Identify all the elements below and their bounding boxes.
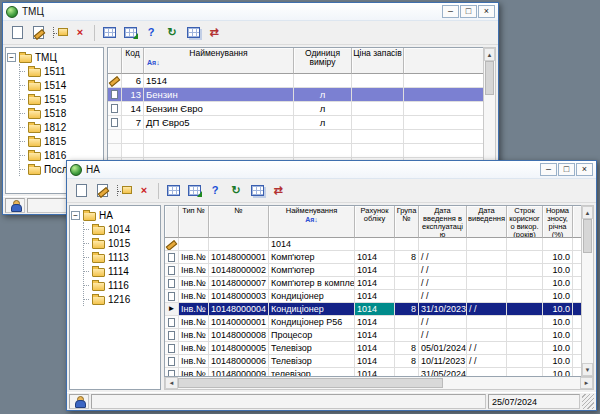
refresh-button[interactable]: ↻ xyxy=(162,23,182,43)
maximize-button[interactable]: □ xyxy=(460,5,477,18)
refresh-button[interactable]: ↻ xyxy=(226,181,246,201)
resize-grip[interactable] xyxy=(582,394,594,409)
tree-view-button[interactable] xyxy=(113,181,133,201)
caption-buttons: –□× xyxy=(442,5,495,18)
close-button[interactable]: × xyxy=(576,163,593,176)
edit-document-button[interactable] xyxy=(92,181,112,201)
scrollbar-track[interactable] xyxy=(582,253,593,363)
help-button[interactable]: ? xyxy=(141,23,161,43)
column-header-group[interactable]: Група № xyxy=(395,206,419,238)
minimize-button[interactable]: – xyxy=(540,163,557,176)
column-header-empty[interactable] xyxy=(404,48,483,74)
cell-type: Інв.№ xyxy=(179,368,209,376)
tree-expander-icon[interactable]: − xyxy=(71,211,80,220)
scroll-left-icon[interactable]: ◄ xyxy=(165,377,178,389)
table-row[interactable]: ►Інв.№10148000004Кондиціонер1014831/10/2… xyxy=(165,303,581,316)
tree-item-1812[interactable]: 1812 xyxy=(20,120,102,134)
tree-root-ТМЦ[interactable]: −ТМЦ xyxy=(7,50,102,64)
column-header-code[interactable]: Код xyxy=(122,48,144,74)
column-header-term[interactable]: Строк корисного викор. (років) xyxy=(507,206,543,238)
table-row[interactable]: Інв.№10148000008Процесор1014/ /10.0 xyxy=(165,329,581,342)
table-row[interactable]: 13Бензинл xyxy=(108,88,483,102)
close-button[interactable]: × xyxy=(478,5,495,18)
table-row[interactable]: Інв.№10148000009телевізор101431/05/20241… xyxy=(165,368,581,376)
column-header-date-out[interactable]: Дата виведення xyxy=(467,206,507,238)
delete-button[interactable]: × xyxy=(70,23,90,43)
scroll-up-icon[interactable]: ▲ xyxy=(582,206,593,219)
edit-document-button[interactable] xyxy=(28,23,48,43)
column-header-name[interactable]: НайменуванняАя↓ xyxy=(144,48,294,74)
tree-item-1515[interactable]: 1515 xyxy=(20,92,102,106)
transfer-button[interactable]: ⇄ xyxy=(268,181,288,201)
minimize-button[interactable]: – xyxy=(442,5,459,18)
column-header-unit[interactable]: Одиниця виміру xyxy=(294,48,352,74)
table-row[interactable]: Інв.№10148000005Телевізор1014805/01/2024… xyxy=(165,342,581,355)
cell-term xyxy=(507,329,543,341)
tmc-title-bar[interactable]: ТМЦ –□× xyxy=(3,3,498,21)
horizontal-scrollbar[interactable]: ◄ ► xyxy=(164,377,594,390)
copy-table-button[interactable] xyxy=(183,23,203,43)
cell-wear xyxy=(573,342,581,354)
tree-item-1815[interactable]: 1815 xyxy=(20,134,102,148)
tree-item-1514[interactable]: 1514 xyxy=(20,78,102,92)
cell-date-in: 05/01/2024 xyxy=(419,342,467,354)
new-document-button[interactable] xyxy=(71,181,91,201)
table-row[interactable]: 7ДП Євро5л xyxy=(108,116,483,130)
table-link-button[interactable] xyxy=(120,23,140,43)
new-document-button[interactable] xyxy=(7,23,27,43)
tree-item-1511[interactable]: 1511 xyxy=(20,64,102,78)
scrollbar-thumb[interactable] xyxy=(485,61,494,95)
tree-item-1216[interactable]: 1216 xyxy=(84,292,159,306)
column-header-account[interactable]: Рахунок обліку xyxy=(355,206,395,238)
scrollbar-track[interactable] xyxy=(443,377,580,389)
cell-wear xyxy=(573,264,581,276)
tree-item-1116[interactable]: 1116 xyxy=(84,278,159,292)
column-header-rate[interactable]: Норма зносу, річна (%) xyxy=(543,206,573,238)
user-icon xyxy=(74,396,85,408)
copy-table-button[interactable] xyxy=(247,181,267,201)
column-header-number[interactable]: № xyxy=(209,206,269,238)
tree-item-1015[interactable]: 1015 xyxy=(84,236,159,250)
scroll-right-icon[interactable]: ► xyxy=(580,377,593,389)
table-row[interactable]: 14Бензин Єврол xyxy=(108,102,483,116)
column-header-type[interactable]: Тип № xyxy=(179,206,209,238)
tree-item-1014[interactable]: 1014 xyxy=(84,222,159,236)
column-header-marker[interactable] xyxy=(108,48,122,74)
column-label: Рахунок обліку xyxy=(356,207,393,223)
table-row-empty[interactable] xyxy=(108,130,483,144)
table-row[interactable]: Інв.№10140000001Кондиціонер Р561014/ /10… xyxy=(165,316,581,329)
vertical-scrollbar[interactable]: ▲ ▼ xyxy=(581,205,594,377)
close-icon: × xyxy=(484,7,489,16)
column-header-wear[interactable]: Знос xyxy=(573,206,581,238)
table-row[interactable]: 1014 xyxy=(165,238,581,251)
table-row[interactable]: Інв.№10148000007Комп'ютер в комплекті101… xyxy=(165,277,581,290)
column-header-name[interactable]: НайменуванняАя↓ xyxy=(269,206,355,238)
table-row[interactable]: Інв.№10148000001Комп'ютер10148/ /10.0 xyxy=(165,251,581,264)
table-row[interactable]: Інв.№10148000002Комп'ютер1014/ /10.0 xyxy=(165,264,581,277)
column-header-marker[interactable] xyxy=(165,206,179,238)
tree-root-НА[interactable]: −НА xyxy=(71,208,159,222)
help-button[interactable]: ? xyxy=(205,181,225,201)
tree-expander-icon[interactable]: − xyxy=(7,53,16,62)
scrollbar-thumb[interactable] xyxy=(178,378,443,388)
transfer-button[interactable]: ⇄ xyxy=(204,23,224,43)
table-row-empty[interactable] xyxy=(108,144,483,158)
delete-button[interactable]: × xyxy=(134,181,154,201)
tree-item-1518[interactable]: 1518 xyxy=(20,106,102,120)
table-row[interactable]: Інв.№10148000003Кондиціонер1014/ /10.0 xyxy=(165,290,581,303)
table-row[interactable]: 61514 xyxy=(108,74,483,88)
table-row[interactable]: Інв.№10148000006Телевізор1014810/11/2023… xyxy=(165,355,581,368)
column-header-price[interactable]: Ціна запасів xyxy=(352,48,404,74)
scroll-up-icon[interactable]: ▲ xyxy=(484,48,495,61)
table-link-button[interactable] xyxy=(184,181,204,201)
table-button[interactable] xyxy=(163,181,183,201)
scroll-down-icon[interactable]: ▼ xyxy=(582,363,593,376)
scrollbar-thumb[interactable] xyxy=(583,219,592,253)
na-title-bar[interactable]: НА –□× xyxy=(67,161,596,179)
tree-item-1114[interactable]: 1114 xyxy=(84,264,159,278)
maximize-button[interactable]: □ xyxy=(558,163,575,176)
tree-item-1113[interactable]: 1113 xyxy=(84,250,159,264)
table-button[interactable] xyxy=(99,23,119,43)
tree-view-button[interactable] xyxy=(49,23,69,43)
column-header-date-in[interactable]: Дата введення в експлуатацію xyxy=(419,206,467,238)
